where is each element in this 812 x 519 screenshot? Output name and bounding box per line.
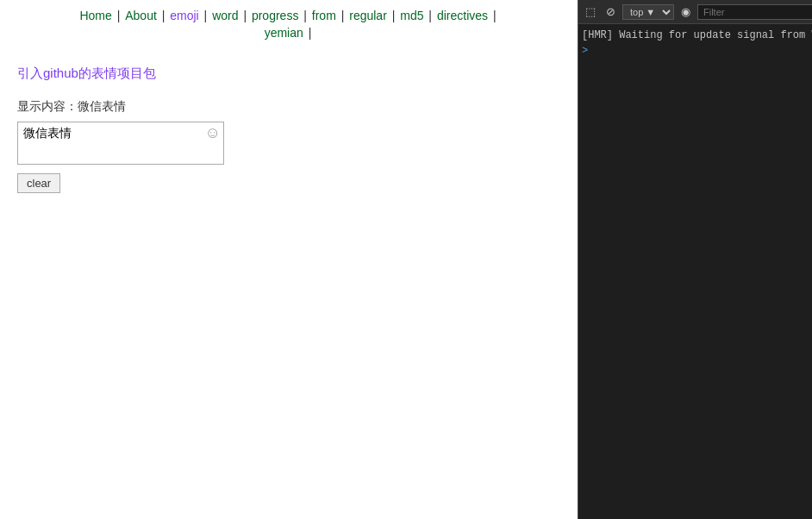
console-hmr-text: [HMR] Waiting for update signal from W (582, 28, 812, 43)
nav-progress[interactable]: progress (252, 9, 298, 22)
sep-2: | (162, 9, 169, 22)
sep-5: | (303, 9, 310, 22)
content-area: 引入github的表情项目包 显示内容：微信表情 ☺ clear (17, 57, 560, 202)
nav-emoji[interactable]: emoji (170, 9, 198, 22)
main-panel: Home | About | emoji | word | progress |… (0, 0, 578, 519)
sep-4: | (243, 9, 250, 22)
sep-7: | (392, 9, 399, 22)
nav-row-1: Home | About | emoji | word | progress |… (17, 9, 560, 22)
inspect-icon-button[interactable]: ⬚ (582, 4, 599, 19)
textarea-container: ☺ (17, 122, 224, 165)
nav-about[interactable]: About (125, 9, 157, 22)
sep-6: | (341, 9, 348, 22)
cursor-icon-button[interactable]: ⊘ (603, 4, 619, 19)
emoji-button[interactable]: ☺ (205, 125, 221, 141)
sep-3: | (204, 9, 211, 22)
nav-md5[interactable]: md5 (400, 9, 423, 22)
filter-input[interactable] (697, 4, 812, 20)
console-line-hmr: [HMR] Waiting for update signal from W (582, 28, 809, 43)
nav-bar: Home | About | emoji | word | progress |… (17, 9, 560, 40)
nav-row-2: yemian | (17, 26, 560, 40)
sep-9: | (493, 9, 497, 22)
nav-home[interactable]: Home (79, 9, 111, 22)
nav-directives[interactable]: directives (437, 9, 488, 22)
sep-1: | (117, 9, 124, 22)
emoji-textarea[interactable] (17, 122, 224, 165)
console-caret: > (582, 45, 809, 57)
sep-10: | (309, 26, 312, 40)
nav-word[interactable]: word (212, 9, 238, 22)
display-label: 显示内容：微信表情 (17, 99, 560, 115)
nav-regular[interactable]: regular (349, 9, 387, 22)
eye-icon-button[interactable]: ◉ (678, 4, 694, 19)
clear-button[interactable]: clear (17, 173, 60, 193)
nav-from[interactable]: from (312, 9, 336, 22)
nav-yemian[interactable]: yemian (265, 26, 303, 40)
github-link[interactable]: 引入github的表情项目包 (17, 66, 560, 82)
devtools-toolbar: ⬚ ⊘ top ▼ ◉ (578, 0, 812, 24)
context-dropdown[interactable]: top ▼ (622, 4, 674, 20)
devtools-console: [HMR] Waiting for update signal from W > (578, 24, 812, 519)
sep-8: | (428, 9, 435, 22)
devtools-panel: ⬚ ⊘ top ▼ ◉ [HMR] Waiting for update sig… (578, 0, 812, 519)
